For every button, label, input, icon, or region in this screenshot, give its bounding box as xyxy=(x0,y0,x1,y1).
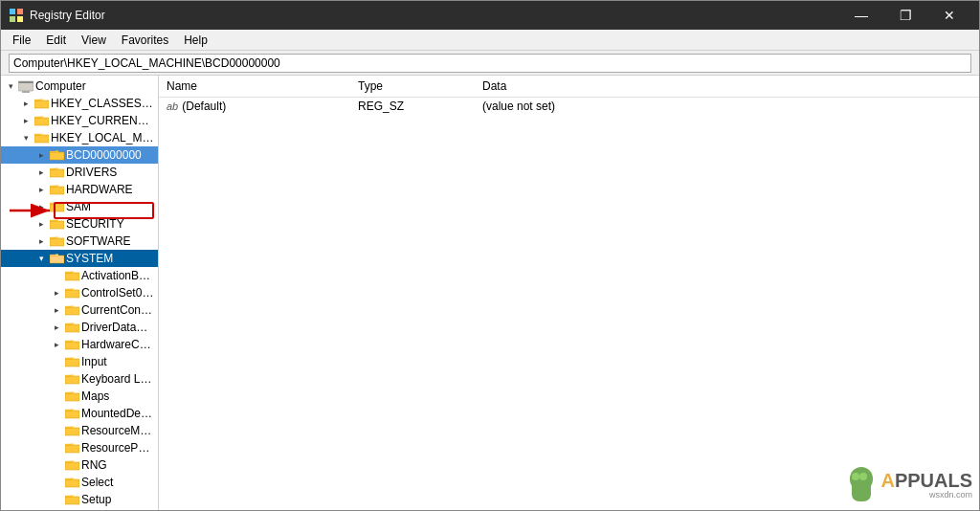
tree-label-sam: SAM xyxy=(64,200,154,213)
tree-item-drivers[interactable]: ▸DRIVERS xyxy=(1,164,158,181)
svg-rect-25 xyxy=(65,410,71,411)
menu-help[interactable]: Help xyxy=(176,32,215,49)
tree-label-keyboardlayout: Keyboard Layout xyxy=(79,372,154,386)
svg-rect-10 xyxy=(50,151,56,153)
tree-label-controlset001: ControlSet001 xyxy=(79,286,154,300)
tree-item-sam[interactable]: ▸SAM xyxy=(1,198,158,215)
tree-item-hardwareconfig[interactable]: ▸HardwareConfig xyxy=(1,336,158,353)
tree-item-system[interactable]: ▾SYSTEM xyxy=(1,250,158,267)
expander-security[interactable]: ▸ xyxy=(33,216,49,232)
tree-label-driverdatabase: DriverDatabase xyxy=(79,321,154,334)
svg-rect-23 xyxy=(65,375,71,377)
maximize-button[interactable]: ❐ xyxy=(883,1,927,30)
close-button[interactable]: ✕ xyxy=(927,1,971,30)
tree-label-currentcontrolset: CurrentControlSet xyxy=(79,303,154,317)
tree-item-security[interactable]: ▸SECURITY xyxy=(1,215,158,233)
address-bar xyxy=(1,51,979,76)
tree-item-software[interactable]: ▸SOFTWARE xyxy=(1,233,158,250)
folder-icon-hkcu xyxy=(33,113,49,128)
col-data-header: Data xyxy=(482,79,971,93)
expander-hardware[interactable]: ▸ xyxy=(33,182,49,197)
value-type: REG_SZ xyxy=(358,100,482,113)
tree-label-maps: Maps xyxy=(79,389,154,403)
minimize-button[interactable]: — xyxy=(839,1,883,30)
registry-value-row[interactable]: ab (Default) REG_SZ (value not set) xyxy=(159,98,979,115)
tree-label-software: SOFTWARE xyxy=(64,234,154,248)
tree-item-computer[interactable]: ▾Computer xyxy=(1,78,158,95)
expander-controlset001[interactable]: ▸ xyxy=(49,285,64,300)
tree-item-maps[interactable]: ▸Maps xyxy=(1,388,158,405)
expander-sam[interactable]: ▸ xyxy=(33,199,49,214)
tree-label-hardwareconfig: HardwareConfig xyxy=(79,338,154,351)
expander-hkcr[interactable]: ▸ xyxy=(18,96,33,111)
tree-item-resourcemanager[interactable]: ▸ResourceManager xyxy=(1,422,158,439)
tree-item-keyboardlayout[interactable]: ▸Keyboard Layout xyxy=(1,370,158,388)
tree-item-input[interactable]: ▸Input xyxy=(1,353,158,370)
tree-item-currentcontrolset[interactable]: ▸CurrentControlSet xyxy=(1,301,158,319)
svg-rect-19 xyxy=(65,306,71,308)
tree-item-resourcepolicystore[interactable]: ▸ResourcePolicyStore xyxy=(1,439,158,456)
expander-currentcontrolset[interactable]: ▸ xyxy=(49,302,64,318)
value-name: ab (Default) xyxy=(167,100,358,113)
folder-icon-hkcr xyxy=(33,96,49,111)
values-header: Name Type Data xyxy=(159,76,979,98)
registry-values: Name Type Data ab (Default) REG_SZ (valu… xyxy=(159,76,979,510)
tree-label-hklm: HKEY_LOCAL_MACHINE xyxy=(49,131,154,144)
tree-item-hkcu[interactable]: ▸HKEY_CURRENT_USER xyxy=(1,112,158,129)
tree-label-hkcu: HKEY_CURRENT_USER xyxy=(49,114,154,127)
folder-icon-software2 xyxy=(64,509,79,510)
folder-icon-hardwareconfig xyxy=(64,337,79,352)
main-content: ▾Computer▸HKEY_CLASSES_ROOT▸HKEY_CURRENT… xyxy=(1,76,979,510)
svg-rect-22 xyxy=(65,358,71,360)
tree-item-activationbroker[interactable]: ▸ActivationBroker xyxy=(1,267,158,284)
folder-icon-select xyxy=(64,475,79,490)
menu-file[interactable]: File xyxy=(5,32,38,49)
tree-label-input: Input xyxy=(79,355,154,368)
tree-item-rng[interactable]: ▸RNG xyxy=(1,456,158,474)
folder-icon-hklm xyxy=(33,130,49,145)
title-bar: Registry Editor — ❐ ✕ xyxy=(1,1,979,30)
svg-rect-3 xyxy=(17,16,23,22)
folder-icon-currentcontrolset xyxy=(64,302,79,318)
menu-edit[interactable]: Edit xyxy=(38,32,74,49)
tree-label-resourcemanager: ResourceManager xyxy=(79,424,154,437)
expander-hkcu[interactable]: ▸ xyxy=(18,113,33,128)
default-icon: ab xyxy=(167,100,178,112)
address-input[interactable] xyxy=(9,54,971,73)
expander-computer[interactable]: ▾ xyxy=(3,78,18,94)
tree-label-bcd: BCD00000000 xyxy=(64,148,154,162)
tree-item-hardware[interactable]: ▸HARDWARE xyxy=(1,181,158,198)
tree-item-select[interactable]: ▸Select xyxy=(1,474,158,491)
tree-item-software2[interactable]: ▸Software xyxy=(1,508,158,510)
expander-bcd[interactable]: ▸ xyxy=(33,147,49,163)
col-name-header: Name xyxy=(167,79,358,93)
registry-tree[interactable]: ▾Computer▸HKEY_CLASSES_ROOT▸HKEY_CURRENT… xyxy=(1,76,159,510)
tree-item-hkcr[interactable]: ▸HKEY_CLASSES_ROOT xyxy=(1,95,158,112)
svg-rect-13 xyxy=(50,203,56,205)
tree-item-driverdatabase[interactable]: ▸DriverDatabase xyxy=(1,319,158,336)
expander-drivers[interactable]: ▸ xyxy=(33,165,49,180)
expander-software[interactable]: ▸ xyxy=(33,233,49,249)
expander-system[interactable]: ▾ xyxy=(33,251,49,266)
tree-item-mounteddevices[interactable]: ▸MountedDevices xyxy=(1,405,158,422)
folder-icon-mounteddevices xyxy=(64,406,79,421)
watermark-url: wsxdn.com xyxy=(880,490,972,500)
folder-icon-security xyxy=(49,216,64,232)
tree-item-hklm[interactable]: ▾HKEY_LOCAL_MACHINE xyxy=(1,129,158,146)
tree-item-controlset001[interactable]: ▸ControlSet001 xyxy=(1,284,158,301)
svg-rect-16 xyxy=(50,255,56,256)
expander-hardwareconfig[interactable]: ▸ xyxy=(49,337,64,352)
menu-view[interactable]: View xyxy=(74,32,114,49)
svg-rect-27 xyxy=(65,444,71,446)
svg-rect-29 xyxy=(65,478,71,480)
svg-rect-26 xyxy=(65,427,71,429)
svg-rect-14 xyxy=(50,220,56,222)
folder-icon-input xyxy=(64,354,79,369)
tree-item-bcd[interactable]: ▸BCD00000000 xyxy=(1,146,158,164)
tree-label-drivers: DRIVERS xyxy=(64,166,154,179)
menu-favorites[interactable]: Favorites xyxy=(114,32,176,49)
value-data: (value not set) xyxy=(482,100,971,113)
expander-driverdatabase[interactable]: ▸ xyxy=(49,320,64,335)
tree-item-setup[interactable]: ▸Setup xyxy=(1,491,158,508)
expander-hklm[interactable]: ▾ xyxy=(18,130,33,145)
